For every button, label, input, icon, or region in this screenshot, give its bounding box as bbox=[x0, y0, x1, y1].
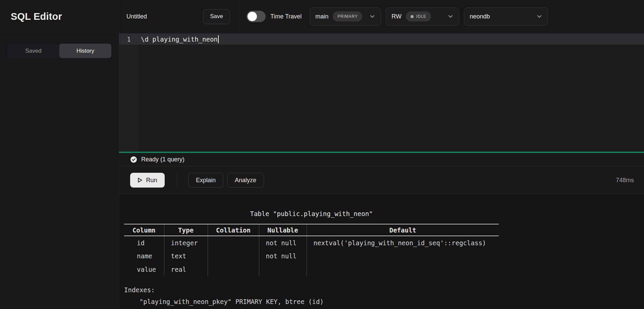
table-row: id integer not null nextval('playing_wit… bbox=[124, 236, 499, 249]
cell-type: real bbox=[164, 263, 208, 276]
actions-toolbar: Run Explain Analyze 748ms bbox=[119, 167, 644, 194]
chevron-down-icon bbox=[447, 13, 453, 19]
toolbar-query-section: Untitled Save bbox=[119, 0, 239, 33]
cell-column: value bbox=[124, 263, 164, 276]
time-travel-label: Time Travel bbox=[270, 13, 302, 20]
result-footer: Indexes: "playing_with_neon_pkey" PRIMAR… bbox=[124, 284, 324, 308]
cell-column: id bbox=[124, 236, 164, 249]
toolbar-connection-section: Time Travel main PRIMARY RW IDLE neondb bbox=[239, 0, 553, 33]
code-text: \d playing_with_neon bbox=[141, 36, 218, 43]
database-name: neondb bbox=[470, 13, 490, 20]
editor-active-line: 1 \d playing_with_neon bbox=[119, 34, 644, 45]
index-definition: "playing_with_neon_pkey" PRIMARY KEY, bt… bbox=[124, 296, 324, 308]
explain-button[interactable]: Explain bbox=[188, 173, 223, 188]
compute-name: RW bbox=[391, 13, 401, 20]
vertical-divider bbox=[177, 174, 177, 187]
tab-history-label: History bbox=[76, 48, 94, 54]
status-message: Ready (1 query) bbox=[141, 156, 184, 163]
run-button[interactable]: Run bbox=[130, 173, 165, 188]
save-button-label: Save bbox=[210, 13, 223, 20]
cell-collation bbox=[208, 249, 259, 263]
page-title: SQL Editor bbox=[11, 11, 62, 22]
tab-saved[interactable]: Saved bbox=[7, 44, 59, 58]
indexes-label: Indexes: bbox=[124, 284, 324, 296]
cell-collation bbox=[208, 236, 259, 249]
cell-nullable bbox=[259, 263, 307, 276]
cell-default: nextval('playing_with_neon_id_seq'::regc… bbox=[307, 236, 499, 249]
table-row: name text not null bbox=[124, 249, 499, 263]
tab-history[interactable]: History bbox=[59, 44, 111, 58]
compute-dropdown[interactable]: RW IDLE bbox=[386, 7, 459, 26]
cell-default bbox=[307, 249, 499, 263]
column-header: Default bbox=[307, 224, 499, 236]
sidebar: SQL Editor Saved History bbox=[0, 0, 119, 309]
query-status-bar: Ready (1 query) bbox=[119, 153, 644, 166]
cell-nullable: not null bbox=[259, 236, 307, 249]
cell-type: text bbox=[164, 249, 208, 263]
status-dot-icon bbox=[411, 15, 414, 18]
analyze-button-label: Analyze bbox=[235, 177, 256, 184]
result-table-header-row: Column Type Collation Nullable Default bbox=[124, 224, 499, 236]
branch-dropdown[interactable]: main PRIMARY bbox=[310, 7, 381, 26]
query-results-panel: Table "public.playing_with_neon" Column … bbox=[119, 194, 644, 309]
result-table-title: Table "public.playing_with_neon" bbox=[124, 210, 499, 217]
column-header: Nullable bbox=[259, 224, 307, 236]
save-button[interactable]: Save bbox=[203, 9, 230, 24]
sidebar-header: SQL Editor bbox=[0, 0, 119, 33]
cell-nullable: not null bbox=[259, 249, 307, 263]
cell-type: integer bbox=[164, 236, 208, 249]
cell-column: name bbox=[124, 249, 164, 263]
time-travel-toggle[interactable] bbox=[247, 11, 266, 22]
line-number: 1 bbox=[119, 36, 139, 43]
query-duration: 748ms bbox=[616, 177, 634, 184]
tab-saved-label: Saved bbox=[25, 48, 41, 54]
result-table: Column Type Collation Nullable Default i… bbox=[124, 224, 499, 276]
column-header: Column bbox=[124, 224, 164, 236]
column-header: Type bbox=[164, 224, 208, 236]
explain-button-label: Explain bbox=[196, 177, 216, 184]
database-dropdown[interactable]: neondb bbox=[464, 7, 548, 26]
cell-default bbox=[307, 263, 499, 276]
top-toolbar: Untitled Save Time Travel main PRIMARY R… bbox=[119, 0, 644, 33]
table-row: value real bbox=[124, 263, 499, 276]
play-icon bbox=[138, 177, 143, 183]
run-button-label: Run bbox=[146, 177, 157, 184]
chevron-down-icon bbox=[536, 13, 542, 19]
text-cursor bbox=[218, 35, 219, 43]
chevron-down-icon bbox=[369, 13, 375, 19]
check-circle-icon bbox=[130, 156, 137, 163]
saved-history-segmented-control: Saved History bbox=[7, 44, 111, 58]
toggle-knob-icon bbox=[248, 12, 257, 21]
branch-name: main bbox=[315, 13, 328, 20]
analyze-button[interactable]: Analyze bbox=[227, 173, 264, 188]
column-header: Collation bbox=[208, 224, 259, 236]
query-title: Untitled bbox=[126, 13, 147, 20]
branch-primary-badge: PRIMARY bbox=[333, 11, 362, 21]
compute-status-badge: IDLE bbox=[406, 11, 431, 21]
sql-code-editor[interactable]: 1 \d playing_with_neon bbox=[119, 33, 644, 152]
editor-gutter bbox=[119, 33, 139, 152]
cell-collation bbox=[208, 263, 259, 276]
